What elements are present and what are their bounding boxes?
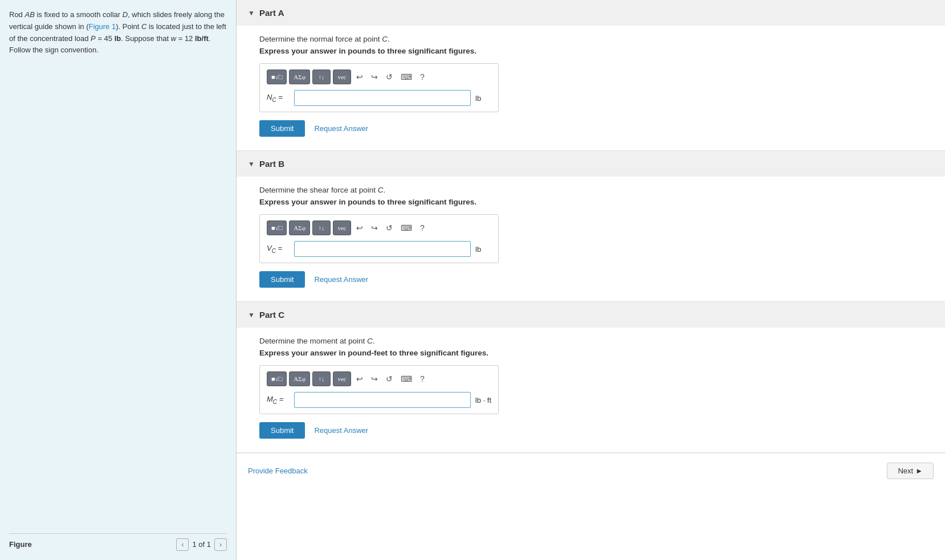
next-button[interactable]: Next ► [887, 463, 934, 479]
part-a-toolbar: ■√□ ΑΣφ ↑↓ vec ↩ ↪ ↺ ⌨ ? [267, 70, 491, 84]
problem-description: Rod AB is fixed to a smooth collar D, wh… [9, 9, 227, 56]
part-b-input-container: ■√□ ΑΣφ ↑↓ vec ↩ ↪ ↺ ⌨ ? VC = lb [259, 214, 499, 263]
part-a-content: Determine the normal force at point C. E… [237, 26, 945, 150]
part-b-toolbar-arrows[interactable]: ↑↓ [312, 220, 331, 235]
part-c-unit: lb · ft [475, 396, 491, 404]
page-indicator: 1 of 1 [192, 539, 211, 550]
part-a-input-container: ■√□ ΑΣφ ↑↓ vec ↩ ↪ ↺ ⌨ ? NC = lb [259, 63, 499, 112]
part-a-toolbar-help[interactable]: ? [417, 70, 427, 84]
part-b-toolbar-help[interactable]: ? [417, 220, 427, 235]
part-b-content: Determine the shear force at point C. Ex… [237, 177, 945, 301]
part-a-submit-button[interactable]: Submit [259, 120, 305, 137]
part-b-header[interactable]: ▼ Part B [237, 151, 945, 177]
part-b-toolbar-symbols[interactable]: ΑΣφ [289, 220, 310, 235]
part-c-toolbar-symbols[interactable]: ΑΣφ [289, 371, 310, 386]
part-c-toolbar-sqrt[interactable]: ■√□ [267, 371, 287, 386]
part-b-toolbar-sqrt[interactable]: ■√□ [267, 220, 287, 235]
part-c-input-container: ■√□ ΑΣφ ↑↓ vec ↩ ↪ ↺ ⌨ ? MC = lb · ft [259, 365, 499, 414]
part-b-input-row: VC = lb [267, 241, 491, 257]
part-c-content: Determine the moment at point C. Express… [237, 328, 945, 452]
part-b-collapse-icon: ▼ [248, 160, 255, 168]
part-a-toolbar-keyboard[interactable]: ⌨ [398, 70, 415, 84]
part-a-toolbar-vec[interactable]: vec [333, 70, 351, 84]
part-a-title: Part A [259, 8, 284, 18]
part-a-instruction: Express your answer in pounds to three s… [259, 47, 922, 55]
part-a-toolbar-refresh[interactable]: ↺ [383, 70, 396, 84]
part-c-answer-input[interactable] [294, 392, 471, 408]
part-c-title: Part C [259, 310, 284, 320]
part-a-toolbar-symbols[interactable]: ΑΣφ [289, 70, 310, 84]
figure-label: Figure [9, 539, 32, 550]
part-a-question: Determine the normal force at point C. [259, 35, 922, 43]
part-c-header[interactable]: ▼ Part C [237, 302, 945, 328]
part-a-toolbar-redo[interactable]: ↪ [368, 70, 381, 84]
part-a-answer-input[interactable] [294, 90, 471, 106]
part-a-input-label: NC = [267, 93, 290, 103]
part-c-instruction: Express your answer in pound-feet to thr… [259, 349, 922, 357]
part-b-toolbar-keyboard[interactable]: ⌨ [398, 220, 415, 235]
part-a-section: ▼ Part A Determine the normal force at p… [237, 0, 945, 151]
part-c-btn-row: Submit Request Answer [259, 422, 922, 439]
part-b-toolbar: ■√□ ΑΣφ ↑↓ vec ↩ ↪ ↺ ⌨ ? [267, 220, 491, 235]
next-arrow-icon: ► [915, 467, 923, 475]
part-b-submit-button[interactable]: Submit [259, 271, 305, 288]
part-c-input-row: MC = lb · ft [267, 392, 491, 408]
next-button-label: Next [898, 467, 913, 475]
part-b-question: Determine the shear force at point C. [259, 186, 922, 194]
part-c-submit-button[interactable]: Submit [259, 422, 305, 439]
part-c-input-label: MC = [267, 395, 290, 405]
part-a-toolbar-undo[interactable]: ↩ [353, 70, 366, 84]
left-panel: Rod AB is fixed to a smooth collar D, wh… [0, 0, 237, 560]
part-c-toolbar-refresh[interactable]: ↺ [383, 371, 396, 386]
part-c-request-answer-link[interactable]: Request Answer [314, 426, 368, 435]
part-b-input-label: VC = [267, 244, 290, 254]
figure-footer: Figure ‹ 1 of 1 › [9, 533, 227, 551]
part-a-toolbar-sqrt[interactable]: ■√□ [267, 70, 287, 84]
part-b-section: ▼ Part B Determine the shear force at po… [237, 151, 945, 302]
part-b-title: Part B [259, 159, 284, 169]
part-c-toolbar-arrows[interactable]: ↑↓ [312, 371, 331, 386]
part-b-instruction: Express your answer in pounds to three s… [259, 198, 922, 206]
part-a-header[interactable]: ▼ Part A [237, 0, 945, 26]
part-b-unit: lb [475, 245, 481, 254]
part-c-question: Determine the moment at point C. [259, 337, 922, 345]
part-c-section: ▼ Part C Determine the moment at point C… [237, 302, 945, 453]
part-c-toolbar-undo[interactable]: ↩ [353, 371, 366, 386]
provide-feedback-link[interactable]: Provide Feedback [248, 467, 308, 475]
part-a-btn-row: Submit Request Answer [259, 120, 922, 137]
part-c-toolbar-keyboard[interactable]: ⌨ [398, 371, 415, 386]
part-b-toolbar-refresh[interactable]: ↺ [383, 220, 396, 235]
part-c-collapse-icon: ▼ [248, 311, 255, 319]
part-c-toolbar-redo[interactable]: ↪ [368, 371, 381, 386]
part-c-toolbar: ■√□ ΑΣφ ↑↓ vec ↩ ↪ ↺ ⌨ ? [267, 371, 491, 386]
part-b-answer-input[interactable] [294, 241, 471, 257]
part-b-toolbar-redo[interactable]: ↪ [368, 220, 381, 235]
figure-nav: ‹ 1 of 1 › [176, 538, 227, 551]
figure-link[interactable]: Figure 1 [88, 22, 116, 31]
figure-next-button[interactable]: › [214, 538, 227, 551]
part-a-input-row: NC = lb [267, 90, 491, 106]
right-panel: ▼ Part A Determine the normal force at p… [237, 0, 945, 560]
part-a-toolbar-arrows[interactable]: ↑↓ [312, 70, 331, 84]
bottom-bar: Provide Feedback Next ► [237, 453, 945, 488]
part-a-collapse-icon: ▼ [248, 9, 255, 17]
part-c-toolbar-help[interactable]: ? [417, 371, 427, 386]
figure-prev-button[interactable]: ‹ [176, 538, 189, 551]
part-a-request-answer-link[interactable]: Request Answer [314, 124, 368, 133]
part-b-request-answer-link[interactable]: Request Answer [314, 275, 368, 284]
part-c-toolbar-vec[interactable]: vec [333, 371, 351, 386]
part-b-toolbar-vec[interactable]: vec [333, 220, 351, 235]
part-b-toolbar-undo[interactable]: ↩ [353, 220, 366, 235]
part-a-unit: lb [475, 94, 481, 103]
part-b-btn-row: Submit Request Answer [259, 271, 922, 288]
